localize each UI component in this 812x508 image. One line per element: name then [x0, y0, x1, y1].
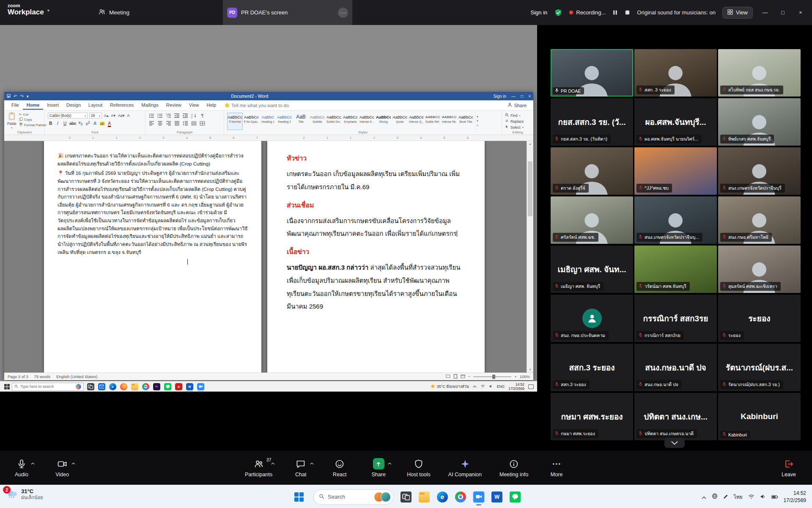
style-item[interactable]: AABBCCDDSubtle Ref... — [425, 113, 441, 130]
sign-in-button[interactable]: Sign in — [531, 9, 548, 16]
participant-tile[interactable]: ระยองระยอง — [718, 295, 801, 342]
show-marks-button[interactable]: ¶ — [199, 113, 206, 118]
scroll-down-icon[interactable]: ▾ — [527, 367, 533, 373]
toolbar-info-button[interactable]: Meeting info — [499, 458, 528, 478]
participant-tile[interactable]: กรรณิการ์ สสก3รยกรรณิการ์ สสก3รย — [634, 295, 717, 342]
participant-tile[interactable]: สนง.เกษตรจังหวัดปราจีนบุ... — [634, 196, 717, 244]
participant-tile[interactable]: กยส.สสก.3 รย. (วั...กยส.สสก.3 รย. (วันทิ… — [551, 98, 633, 146]
volume-icon[interactable] — [760, 493, 766, 501]
word-menu-references[interactable]: References — [106, 101, 137, 110]
font-color-button[interactable]: A — [107, 121, 112, 126]
style-item[interactable]: AaBbCcDdQuote — [392, 113, 408, 130]
zoom-out-button[interactable]: − — [468, 374, 471, 379]
format-painter-button[interactable]: Format Painter — [19, 123, 47, 127]
shared-app-mail-icon[interactable] — [98, 383, 105, 390]
shared-app-task-view-icon[interactable] — [87, 383, 94, 390]
participant-tile[interactable]: สสก.3 ระยองสสก.3 ระยอง — [551, 344, 633, 391]
tray-chevron-up-icon[interactable] — [702, 493, 706, 501]
document-page-left[interactable]: 🎉 เกษตรภาคตะวันออก ร่วมให้ความเห็นและติด… — [44, 141, 261, 373]
shared-tray-chevron-icon[interactable] — [473, 384, 477, 389]
highlight-button[interactable]: ab — [99, 121, 105, 126]
toolbar-audio-button[interactable]: Audio — [11, 458, 32, 478]
shared-action-center-icon[interactable] — [528, 384, 534, 389]
shared-language-indicator[interactable]: ENG — [497, 384, 505, 389]
style-item[interactable]: AaBbCcDSubtitle — [310, 113, 325, 130]
wifi-icon[interactable] — [748, 493, 754, 501]
participant-tile[interactable]: PR DOAE — [551, 49, 633, 97]
word-close-button[interactable]: × — [528, 94, 531, 99]
style-item[interactable]: AaBbCHeading 1 — [260, 113, 276, 130]
qat-chevron-icon[interactable]: ▾ — [27, 94, 29, 99]
style-item[interactable]: AaBbCcDdEmphasis — [343, 113, 358, 130]
gallery-more-icon[interactable]: ≡ — [477, 124, 478, 127]
shared-volume-icon[interactable] — [489, 384, 493, 389]
word-menu-layout[interactable]: Layout — [85, 101, 106, 110]
shared-search-box[interactable]: Type here to search — [12, 383, 84, 391]
toolbar-host-button[interactable]: Host tools — [407, 458, 431, 478]
style-item[interactable]: AaBbCcDdSubtle Em... — [326, 113, 342, 130]
cut-button[interactable]: ✂Cut — [19, 113, 47, 116]
style-item[interactable]: AaBbCcDdIntense E... — [359, 113, 375, 130]
participant-tile[interactable]: สสก. 3 ระยอง — [634, 49, 717, 97]
decrease-font-button[interactable]: A▾ — [111, 113, 116, 118]
chevron-up-icon[interactable] — [388, 460, 392, 466]
maximize-button[interactable]: □ — [777, 9, 788, 16]
bold-button[interactable]: B — [48, 121, 53, 126]
shared-start-button[interactable] — [2, 384, 12, 389]
shared-weather-widget[interactable]: 35°C มีเมฆบางส่วน — [431, 384, 469, 389]
leave-button[interactable]: Leave — [782, 451, 796, 485]
justify-button[interactable] — [174, 121, 180, 126]
shared-app-explorer-icon[interactable] — [131, 383, 138, 390]
taskbar-app-chrome-icon[interactable] — [454, 491, 467, 503]
status-page-count[interactable]: Page 2 of 3 — [8, 374, 28, 379]
chevron-up-icon[interactable] — [310, 460, 314, 466]
word-menu-mailings[interactable]: Mailings — [137, 101, 162, 110]
style-item[interactable]: AABBCCDDIntense Re... — [442, 113, 457, 130]
tell-me-box[interactable]: Tell me what you want to do — [225, 103, 289, 108]
tab-meeting[interactable]: Meeting — [92, 0, 135, 25]
participant-tile[interactable]: ตราด อังสุรีจ์ — [551, 147, 633, 195]
close-button[interactable]: × — [795, 9, 806, 16]
shared-app-line-icon[interactable] — [164, 383, 171, 390]
sort-button[interactable]: AZ — [191, 113, 197, 118]
word-sign-in-button[interactable]: Sign in — [494, 94, 507, 99]
toolbar-react-button[interactable]: React — [329, 458, 350, 478]
style-item[interactable]: AaBbCcDd¶ Normal — [227, 113, 243, 130]
shared-app-acrobat-icon[interactable]: A — [175, 383, 182, 390]
increase-indent-button[interactable] — [182, 113, 189, 118]
pause-recording-button[interactable] — [612, 10, 618, 15]
toolbar-ai-button[interactable]: AI Companion — [448, 458, 482, 478]
save-icon[interactable] — [7, 94, 11, 99]
word-menu-insert[interactable]: Insert — [43, 101, 63, 110]
start-button[interactable] — [291, 489, 307, 505]
line-spacing-button[interactable] — [182, 121, 189, 126]
word-menu-home[interactable]: Home — [23, 101, 44, 110]
participant-tile[interactable]: ทิพย์เกสร ศสพ.จันทบุรี — [718, 98, 801, 146]
style-item[interactable]: AaBbCcDdIntense Q... — [409, 113, 424, 130]
status-language[interactable]: English (United States) — [56, 374, 97, 379]
gallery-down-icon[interactable]: ▾ — [477, 119, 478, 123]
word-ruler[interactable]: 21123456721123456 — [4, 135, 533, 141]
participant-tile[interactable]: ^JJ^ศทอ.ชบ — [634, 147, 717, 195]
clear-formatting-button[interactable]: A — [127, 113, 130, 118]
toolbar-share-button[interactable]: Share — [368, 458, 389, 478]
view-button[interactable]: View — [722, 7, 753, 19]
participant-tile[interactable]: ปทิตตา สนง.เกษ...ปทิตตา สนง.เกษตรอ.นาดี — [634, 393, 717, 440]
status-word-count[interactable]: 75 words — [34, 374, 51, 379]
gallery-up-icon[interactable]: ▴ — [477, 115, 478, 118]
shared-network-icon[interactable] — [480, 384, 485, 389]
numbering-button[interactable] — [157, 113, 163, 118]
meeting-secure-shield-icon[interactable] — [554, 8, 562, 17]
print-layout-icon[interactable] — [453, 374, 458, 379]
bullets-button[interactable] — [148, 113, 155, 118]
toolbar-participants-button[interactable]: 37Participants — [245, 458, 272, 478]
participant-tile[interactable]: สนง. กษอ.ประจันตคาม — [551, 295, 633, 342]
toolbar-video-button[interactable]: Video — [52, 458, 73, 478]
taskbar-app-edge-icon[interactable]: e — [436, 491, 449, 503]
font-size-select[interactable]: 28▾ — [89, 113, 102, 119]
subscript-button[interactable]: x2 — [78, 120, 83, 126]
taskbar-search[interactable]: Search — [313, 489, 394, 505]
original-sound-toggle[interactable]: Original sound for musicians: on — [637, 9, 716, 16]
align-center-button[interactable] — [157, 121, 163, 126]
style-item[interactable]: AaBbCcDd¶ No Spac... — [244, 113, 259, 130]
